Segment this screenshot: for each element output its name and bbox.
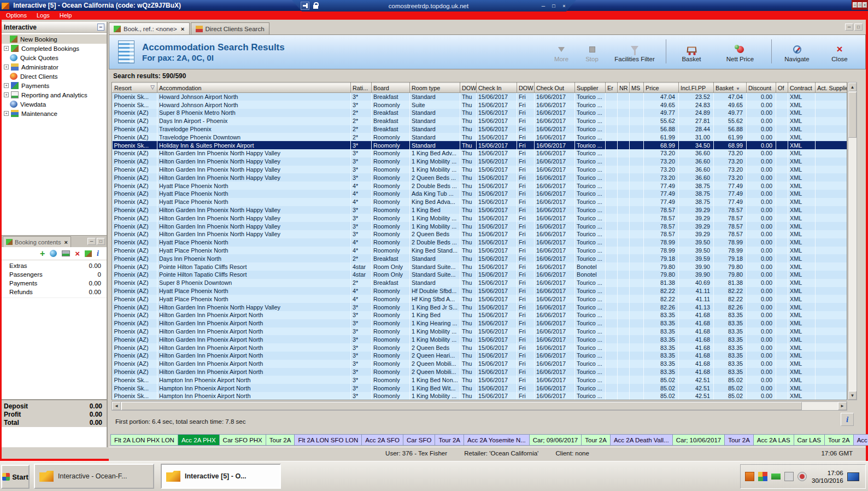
info-icon[interactable]: i — [97, 250, 99, 258]
remote-desktop-tray-icon[interactable] — [847, 472, 859, 481]
sidebar-item-viewdata[interactable]: Viewdata — [2, 100, 107, 109]
sidebar-item-payments[interactable]: +Payments — [2, 81, 107, 90]
rdp-restore-button[interactable]: □ — [549, 2, 558, 10]
itinerary-tab-acc-2a-phx[interactable]: Acc 2A PHX — [178, 434, 220, 446]
muted-speaker-tray-icon[interactable] — [797, 472, 807, 481]
table-row[interactable]: Phoenix (AZ)Hilton Garden Inn Phoenix Ai… — [113, 311, 847, 319]
nett-price-button[interactable]: Nett Price — [714, 43, 766, 63]
table-row[interactable]: Phoenix (AZ)Hilton Garden Inn Phoenix Ai… — [113, 335, 847, 343]
table-row[interactable]: Phoenix (AZ)Hyatt Place Phoenix North4*R… — [113, 295, 847, 303]
column-header-accommodation-1[interactable]: Accommodation — [157, 83, 351, 93]
close-button[interactable]: ×Close — [819, 43, 860, 63]
booking-contents-minimize-button[interactable]: ─ — [87, 238, 96, 245]
horizontal-scrollbar[interactable]: ◄ ► — [112, 401, 847, 411]
expand-toggle-icon[interactable]: + — [4, 92, 9, 97]
column-header-board-3[interactable]: Board — [372, 83, 410, 93]
itinerary-tab-acc-2a-grand-cany[interactable]: Acc 2A Grand Cany... — [854, 434, 868, 446]
itinerary-tab-tour-2a[interactable]: Tour 2A — [435, 434, 464, 446]
filter-funnel-icon[interactable]: ▽ — [150, 84, 155, 90]
table-row[interactable]: Phoenix Sk...Hampton Inn Phoenix Airport… — [113, 376, 847, 384]
table-row[interactable]: Phoenix (AZ)Hilton Garden Inn Phoenix Ai… — [113, 343, 847, 352]
table-row[interactable]: Phoenix (AZ)Hilton Garden Inn Phoenix No… — [113, 214, 847, 222]
itinerary-tab-car-sfo[interactable]: Car SFO — [403, 434, 435, 446]
table-row[interactable]: Phoenix (AZ)Hilton Garden Inn Phoenix No… — [113, 149, 847, 157]
table-row[interactable]: Phoenix (AZ)Hilton Garden Inn Phoenix No… — [113, 222, 847, 230]
table-row[interactable]: Phoenix Sk...Howard Johnson Airport Nort… — [113, 93, 847, 101]
table-row[interactable]: Phoenix (AZ)Hilton Garden Inn Phoenix Ai… — [113, 319, 847, 328]
scroll-up-button[interactable]: ▲ — [848, 83, 857, 91]
itinerary-tab-tour-2a[interactable]: Tour 2A — [582, 434, 611, 446]
itinerary-tab-acc-2a-las[interactable]: Acc 2A LAS — [754, 434, 794, 446]
network-card-tray-icon[interactable] — [771, 474, 781, 480]
itinerary-tab-car-09-06-2017[interactable]: Car; 09/06/2017 — [530, 434, 582, 446]
horizontal-scroll-thumb[interactable] — [121, 402, 802, 410]
table-row[interactable]: Phoenix (AZ)Travelodge Phoenix Downtown2… — [113, 133, 847, 141]
column-header-check-in-6[interactable]: Check In — [477, 83, 517, 93]
facilities-filter-button[interactable]: Facilities Filter — [608, 43, 661, 63]
table-row[interactable]: Phoenix (AZ)Pointe Hilton Tapatio Cliffs… — [113, 262, 847, 271]
basket-button[interactable]: Basket — [671, 43, 712, 63]
sidebar-item-maintenance[interactable]: +Maintenance — [2, 109, 107, 118]
column-header-basket-15[interactable]: Basket▼ — [714, 83, 747, 93]
navigate-button[interactable]: Navigate — [777, 43, 817, 63]
column-header-price-13[interactable]: Price — [644, 83, 679, 93]
table-row[interactable]: Phoenix (AZ)Travelodge Phoenix2*Breakfas… — [113, 125, 847, 133]
start-button[interactable]: Start — [1, 465, 30, 489]
itinerary-tab-acc-2a-yosemite-n[interactable]: Acc 2A Yosemite N... — [464, 434, 530, 446]
tab-direct-clients-search[interactable]: Direct Clients Search — [191, 22, 269, 34]
column-header-act-supplier-19[interactable]: Act. Supplier — [816, 83, 847, 93]
table-row[interactable]: Phoenix (AZ)Pointe Hilton Tapatio Cliffs… — [113, 271, 847, 279]
add-icon[interactable]: + — [40, 250, 45, 258]
window-close-button[interactable]: × — [863, 2, 867, 8]
table-row[interactable]: Phoenix (AZ)Hyatt Place Phoenix North4*R… — [113, 287, 847, 295]
column-header-dow-5[interactable]: DOW — [460, 83, 477, 93]
itinerary-tab-car-las[interactable]: Car LAS — [794, 434, 825, 446]
menu-logs[interactable]: Logs — [32, 11, 55, 20]
table-row[interactable]: Phoenix (AZ)Hyatt Place Phoenix North4*R… — [113, 182, 847, 190]
tab-book-ref-none[interactable]: Book., ref.: <none>× — [109, 22, 190, 34]
itinerary-tab-flt-2a-lon-sfo-lon[interactable]: Flt 2A LON SFO LON — [295, 434, 362, 446]
table-row[interactable]: Phoenix (AZ)Hilton Garden Inn Phoenix Ai… — [113, 368, 847, 376]
table-row[interactable]: Phoenix (AZ)Hilton Garden Inn Phoenix No… — [113, 157, 847, 166]
table-row[interactable]: Phoenix (AZ)Hilton Garden Inn Phoenix No… — [113, 303, 847, 311]
column-header-er-10[interactable]: Er — [606, 83, 618, 93]
itinerary-tab-tour-2a[interactable]: Tour 2A — [266, 434, 295, 446]
column-header-ms-12[interactable]: MS — [630, 83, 644, 93]
table-row[interactable]: Phoenix (AZ)Hyatt Place Phoenix North4*R… — [113, 238, 847, 247]
table-row[interactable]: Phoenix (AZ)Hyatt Place Phoenix North4*R… — [113, 247, 847, 255]
expand-toggle-icon[interactable]: + — [4, 65, 9, 69]
itinerary-tab-tour-2a[interactable]: Tour 2A — [725, 434, 754, 446]
table-row[interactable]: Phoenix Sk...Hampton Inn Phoenix Airport… — [113, 384, 847, 392]
taskbar-task-interactive-ocean-f[interactable]: Interactive - Ocean-F... — [34, 464, 154, 489]
column-header-dow-7[interactable]: DOW — [517, 83, 535, 93]
table-row[interactable]: Phoenix (AZ)Hyatt Place Phoenix North4*R… — [113, 190, 847, 198]
sidebar-item-new-booking[interactable]: New Booking — [2, 34, 107, 44]
table-row[interactable]: Phoenix (AZ)Hilton Garden Inn Phoenix No… — [113, 206, 847, 214]
window-restore-button[interactable]: □ — [858, 2, 862, 8]
booking-contents-row[interactable]: Extras0.00 — [2, 262, 107, 271]
booking-contents-tab[interactable]: Booking contents × — [3, 236, 71, 247]
expand-toggle-icon[interactable]: + — [4, 83, 9, 88]
menu-help[interactable]: Help — [55, 11, 77, 20]
table-row[interactable]: Phoenix (AZ)Hilton Garden Inn Phoenix Ai… — [113, 360, 847, 368]
expand-toggle-icon[interactable]: + — [4, 111, 9, 116]
table-row[interactable]: Phoenix Sk...Hampton Inn Phoenix Airport… — [113, 392, 847, 400]
column-header-resort-0[interactable]: Resort▽ — [113, 83, 157, 93]
table-row[interactable]: Phoenix (AZ)Hilton Garden Inn Phoenix No… — [113, 173, 847, 182]
column-header-supplier-9[interactable]: Supplier — [575, 83, 606, 93]
booking-contents-maximize-button[interactable]: □ — [97, 238, 105, 245]
delete-icon[interactable]: × — [75, 250, 80, 258]
palm-tree-icon[interactable] — [85, 250, 92, 257]
scroll-left-button[interactable]: ◄ — [112, 402, 121, 410]
table-row[interactable]: Phoenix (AZ)Hilton Garden Inn Phoenix No… — [113, 166, 847, 174]
rdp-close-button[interactable]: × — [560, 2, 568, 10]
main-maximize-button[interactable]: □ — [854, 24, 863, 31]
sidebar-collapse-button[interactable]: − — [97, 24, 104, 31]
booking-contents-row[interactable]: Payments0.00 — [2, 280, 107, 289]
table-row[interactable]: Phoenix (AZ)Days Inn Phoenix North2*Brea… — [113, 254, 847, 262]
column-header-contract-18[interactable]: Contract — [788, 83, 816, 93]
sidebar-item-quick-quotes[interactable]: Quick Quotes — [2, 53, 107, 62]
column-header-nr-11[interactable]: NR — [618, 83, 630, 93]
refresh-globe-icon[interactable] — [50, 250, 57, 257]
network-connection-tray-icon[interactable] — [784, 472, 794, 481]
